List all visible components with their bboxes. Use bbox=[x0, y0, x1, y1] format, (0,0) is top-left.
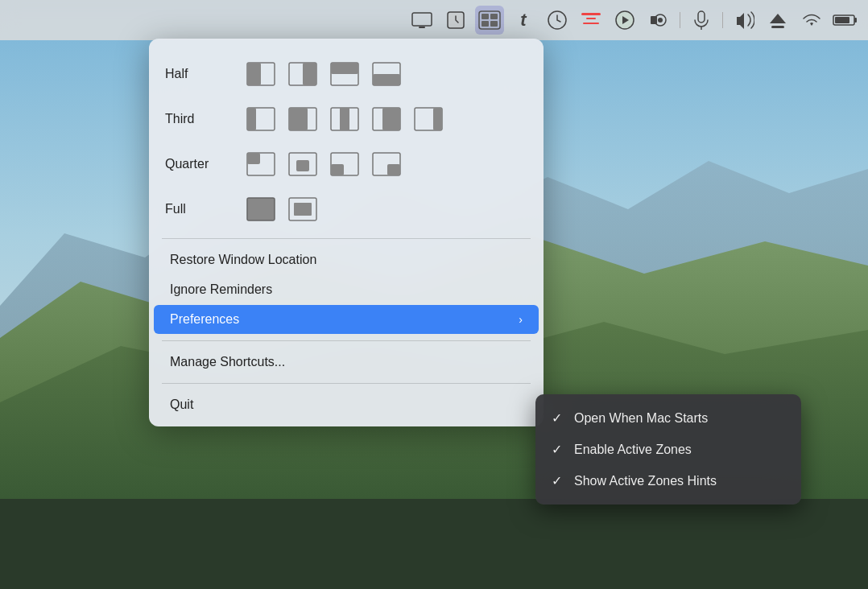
dropdown-menu: Half bbox=[149, 39, 544, 426]
svg-rect-39 bbox=[382, 108, 400, 130]
full-center-icon[interactable] bbox=[285, 195, 320, 224]
clock-icon[interactable] bbox=[543, 6, 572, 35]
full-screen-icon[interactable] bbox=[243, 195, 279, 224]
infuse-icon[interactable] bbox=[610, 6, 639, 35]
svg-rect-6 bbox=[482, 14, 489, 19]
bartender-icon[interactable] bbox=[577, 6, 606, 35]
preferences-chevron: › bbox=[519, 313, 523, 326]
half-right-icon[interactable] bbox=[285, 60, 320, 89]
speaker-a-icon[interactable] bbox=[644, 6, 673, 35]
svg-rect-27 bbox=[303, 63, 316, 85]
full-row: Full bbox=[149, 190, 544, 229]
quarter-label: Quarter bbox=[165, 157, 234, 171]
half-section: Half bbox=[149, 51, 544, 97]
preferences-item[interactable]: Preferences › bbox=[154, 305, 539, 334]
svg-rect-52 bbox=[294, 203, 312, 216]
full-layout-icons bbox=[243, 195, 320, 224]
svg-rect-8 bbox=[482, 21, 489, 27]
mic-icon[interactable] bbox=[687, 6, 716, 35]
half-top-icon[interactable] bbox=[327, 60, 362, 89]
svg-rect-25 bbox=[247, 63, 261, 85]
quit-item[interactable]: Quit bbox=[154, 390, 539, 419]
battery-icon[interactable] bbox=[831, 6, 860, 35]
quarter-top-left-icon[interactable] bbox=[243, 150, 279, 179]
show-active-zones-hints-item[interactable]: ✓ Show Active Zones Hints bbox=[535, 465, 801, 496]
third-right-large-icon[interactable] bbox=[369, 105, 404, 134]
svg-rect-49 bbox=[387, 164, 400, 175]
quarter-section: Quarter bbox=[149, 142, 544, 187]
show-active-zones-hints-check: ✓ bbox=[552, 473, 566, 488]
svg-rect-3 bbox=[419, 27, 425, 28]
full-label: Full bbox=[165, 202, 234, 216]
svg-rect-33 bbox=[247, 108, 256, 130]
quarter-layout-icons bbox=[243, 150, 404, 179]
third-section: Third bbox=[149, 97, 544, 142]
quarter-bottom-right-icon[interactable] bbox=[369, 150, 404, 179]
menubar: t bbox=[0, 0, 868, 40]
half-bottom-icon[interactable] bbox=[369, 60, 404, 89]
menu-divider-1 bbox=[162, 238, 531, 239]
half-label: Half bbox=[165, 67, 234, 81]
svg-rect-47 bbox=[331, 164, 344, 175]
eject-icon[interactable] bbox=[763, 6, 792, 35]
svg-rect-22 bbox=[854, 18, 857, 23]
svg-rect-41 bbox=[433, 108, 442, 130]
third-row: Third bbox=[149, 100, 544, 138]
svg-rect-23 bbox=[835, 17, 849, 23]
svg-rect-18 bbox=[698, 11, 705, 23]
open-when-mac-starts-check: ✓ bbox=[552, 410, 566, 426]
third-layout-icons bbox=[243, 105, 446, 134]
svg-rect-43 bbox=[247, 153, 260, 164]
enable-active-zones-check: ✓ bbox=[552, 442, 566, 457]
svg-rect-20 bbox=[771, 26, 784, 28]
svg-rect-1 bbox=[0, 499, 868, 589]
menu-divider-3 bbox=[162, 383, 531, 384]
svg-rect-11 bbox=[581, 13, 601, 15]
typora-icon[interactable]: t bbox=[509, 6, 538, 35]
full-section: Full bbox=[149, 187, 544, 232]
third-right-icon[interactable] bbox=[411, 105, 446, 134]
enable-active-zones-item[interactable]: ✓ Enable Active Zones bbox=[535, 434, 801, 465]
quarter-bottom-left-icon[interactable] bbox=[327, 150, 362, 179]
svg-rect-37 bbox=[340, 108, 349, 130]
restore-window-item[interactable]: Restore Window Location bbox=[154, 245, 539, 274]
half-left-icon[interactable] bbox=[243, 60, 279, 89]
svg-rect-12 bbox=[586, 18, 596, 19]
screen-icon[interactable] bbox=[407, 6, 436, 35]
window-manager-icon[interactable] bbox=[475, 6, 504, 35]
svg-rect-31 bbox=[373, 74, 400, 85]
svg-rect-7 bbox=[490, 14, 498, 19]
quarter-top-right-icon[interactable] bbox=[285, 150, 320, 179]
half-row: Half bbox=[149, 55, 544, 93]
preferences-submenu: ✓ Open When Mac Starts ✓ Enable Active Z… bbox=[535, 394, 801, 505]
volume-icon[interactable] bbox=[730, 6, 758, 35]
svg-rect-13 bbox=[583, 23, 599, 24]
quarter-row: Quarter bbox=[149, 145, 544, 183]
ignore-reminders-item[interactable]: Ignore Reminders bbox=[154, 275, 539, 304]
half-layout-icons bbox=[243, 60, 404, 89]
third-center-icon[interactable] bbox=[327, 105, 362, 134]
menu-divider-2 bbox=[162, 340, 531, 341]
svg-rect-29 bbox=[331, 63, 358, 74]
open-when-mac-starts-item[interactable]: ✓ Open When Mac Starts bbox=[535, 402, 801, 434]
svg-rect-50 bbox=[247, 198, 275, 220]
svg-rect-2 bbox=[412, 13, 432, 26]
svg-point-17 bbox=[658, 18, 663, 23]
menubar-divider-1 bbox=[680, 12, 680, 28]
svg-rect-9 bbox=[490, 21, 498, 27]
third-left-icon[interactable] bbox=[243, 105, 279, 134]
svg-rect-45 bbox=[296, 160, 309, 171]
third-label: Third bbox=[165, 112, 234, 126]
svg-rect-35 bbox=[289, 108, 308, 130]
manage-shortcuts-item[interactable]: Manage Shortcuts... bbox=[154, 348, 539, 377]
wifi-icon[interactable] bbox=[797, 6, 826, 35]
menubar-divider-2 bbox=[722, 12, 723, 28]
time-machine-icon[interactable] bbox=[441, 6, 470, 35]
third-center-left-icon[interactable] bbox=[285, 105, 320, 134]
